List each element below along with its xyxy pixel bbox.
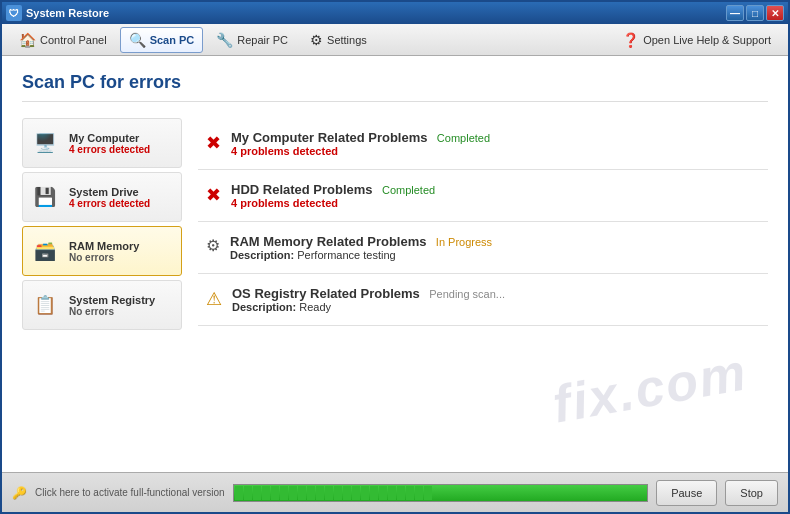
- maximize-button[interactable]: □: [746, 5, 764, 21]
- scan-desc-os-registry: Description: Ready: [232, 301, 760, 313]
- activate-text[interactable]: Click here to activate full-functional v…: [35, 487, 225, 498]
- nav-scan-pc[interactable]: 🔍 Scan PC: [120, 27, 204, 53]
- nav-settings-label: Settings: [327, 34, 367, 46]
- help-icon: ❓: [622, 32, 639, 48]
- minimize-button[interactable]: —: [726, 5, 744, 21]
- scan-warning-icon: ⚠: [206, 288, 222, 310]
- category-ram-memory[interactable]: 🗃️ RAM Memory No errors: [22, 226, 182, 276]
- nav-repair-pc[interactable]: 🔧 Repair PC: [207, 27, 297, 53]
- ram-memory-icon: 🗃️: [29, 235, 61, 267]
- system-registry-icon: 📋: [29, 289, 61, 321]
- stop-button[interactable]: Stop: [725, 480, 778, 506]
- ram-memory-status: No errors: [69, 252, 139, 263]
- scan-progress-icon: ⚙: [206, 236, 220, 255]
- page-title: Scan PC for errors: [22, 72, 768, 102]
- scan-item-hdd: ✖ HDD Related Problems Completed 4 probl…: [198, 170, 768, 222]
- scan-pc-icon: 🔍: [129, 32, 146, 48]
- scan-error-icon-1: ✖: [206, 132, 221, 154]
- my-computer-icon: 🖥️: [29, 127, 61, 159]
- category-system-registry[interactable]: 📋 System Registry No errors: [22, 280, 182, 330]
- title-bar: 🛡 System Restore — □ ✕: [2, 2, 788, 24]
- settings-icon: ⚙: [310, 32, 323, 48]
- scan-status-my-computer: Completed: [437, 132, 490, 144]
- nav-settings[interactable]: ⚙ Settings: [301, 27, 376, 53]
- scan-results-wrapper: ✖ My Computer Related Problems Completed…: [182, 118, 768, 458]
- nav-control-panel-label: Control Panel: [40, 34, 107, 46]
- progress-bar-fill: [234, 485, 648, 501]
- window-controls: — □ ✕: [726, 5, 784, 21]
- scan-error-icon-2: ✖: [206, 184, 221, 206]
- pause-button[interactable]: Pause: [656, 480, 717, 506]
- system-registry-status: No errors: [69, 306, 155, 317]
- scan-title-ram: RAM Memory Related Problems: [230, 234, 427, 249]
- scan-status-ram: In Progress: [436, 236, 492, 248]
- scan-item-os-registry: ⚠ OS Registry Related Problems Pending s…: [198, 274, 768, 326]
- control-panel-icon: 🏠: [19, 32, 36, 48]
- close-button[interactable]: ✕: [766, 5, 784, 21]
- nav-help[interactable]: ❓ Open Live Help & Support: [613, 27, 780, 53]
- main-content: Scan PC for errors 🖥️ My Computer 4 erro…: [2, 56, 788, 476]
- watermark: fix.com: [548, 341, 752, 434]
- system-drive-icon: 💾: [29, 181, 61, 213]
- category-my-computer[interactable]: 🖥️ My Computer 4 errors detected: [22, 118, 182, 168]
- content-area: Scan PC for errors 🖥️ My Computer 4 erro…: [2, 56, 788, 476]
- application-window: 🛡 System Restore — □ ✕ 🏠 Control Panel 🔍…: [0, 0, 790, 514]
- scan-status-os-registry: Pending scan...: [429, 288, 505, 300]
- window-title: System Restore: [26, 7, 109, 19]
- category-system-drive[interactable]: 💾 System Drive 4 errors detected: [22, 172, 182, 222]
- system-registry-name: System Registry: [69, 294, 155, 306]
- system-drive-name: System Drive: [69, 186, 150, 198]
- scan-status-hdd: Completed: [382, 184, 435, 196]
- scan-title-my-computer: My Computer Related Problems: [231, 130, 428, 145]
- bottom-bar: 🔑 Click here to activate full-functional…: [2, 472, 788, 512]
- scan-subtitle-my-computer: 4 problems detected: [231, 145, 760, 157]
- scan-desc-ram: Description: Performance testing: [230, 249, 760, 261]
- system-drive-status: 4 errors detected: [69, 198, 150, 209]
- nav-control-panel[interactable]: 🏠 Control Panel: [10, 27, 116, 53]
- my-computer-name: My Computer: [69, 132, 150, 144]
- scan-title-os-registry: OS Registry Related Problems: [232, 286, 420, 301]
- nav-scan-pc-label: Scan PC: [150, 34, 195, 46]
- scan-item-my-computer: ✖ My Computer Related Problems Completed…: [198, 118, 768, 170]
- repair-pc-icon: 🔧: [216, 32, 233, 48]
- progress-bar: [233, 484, 649, 502]
- scan-item-ram: ⚙ RAM Memory Related Problems In Progres…: [198, 222, 768, 274]
- scan-layout: 🖥️ My Computer 4 errors detected 💾 Syste…: [22, 118, 768, 458]
- category-panel: 🖥️ My Computer 4 errors detected 💾 Syste…: [22, 118, 182, 458]
- my-computer-status: 4 errors detected: [69, 144, 150, 155]
- scan-subtitle-hdd: 4 problems detected: [231, 197, 760, 209]
- nav-bar: 🏠 Control Panel 🔍 Scan PC 🔧 Repair PC ⚙ …: [2, 24, 788, 56]
- ram-memory-name: RAM Memory: [69, 240, 139, 252]
- app-icon: 🛡: [6, 5, 22, 21]
- scan-title-hdd: HDD Related Problems: [231, 182, 373, 197]
- nav-help-label: Open Live Help & Support: [643, 34, 771, 46]
- scan-results: ✖ My Computer Related Problems Completed…: [182, 118, 768, 326]
- nav-repair-pc-label: Repair PC: [237, 34, 288, 46]
- activate-icon: 🔑: [12, 486, 27, 500]
